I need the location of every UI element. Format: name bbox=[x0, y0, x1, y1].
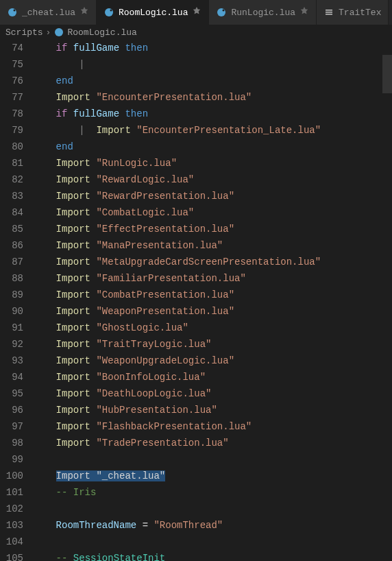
code-line[interactable]: 102 bbox=[0, 501, 392, 517]
code-content[interactable]: Import "BoonInfoLogic.lua" bbox=[33, 369, 392, 385]
code-content[interactable]: if fullGame then bbox=[33, 40, 392, 56]
code-line[interactable]: 88 Import "FamiliarPresentation.lua" bbox=[0, 270, 392, 287]
code-content[interactable]: Import "MetaUpgradeCardScreenPresentatio… bbox=[33, 254, 392, 270]
breadcrumb[interactable]: Scripts › RoomLogic.lua bbox=[0, 25, 392, 40]
pin-icon[interactable] bbox=[299, 6, 309, 19]
code-content[interactable]: Import "GhostLogic.lua" bbox=[33, 320, 392, 336]
code-content[interactable]: Import "FlashbackPresentation.lua" bbox=[33, 418, 392, 435]
code-content[interactable]: if fullGame then bbox=[33, 106, 392, 122]
line-number: 95 bbox=[0, 385, 33, 402]
code-content[interactable]: Import "CombatLogic.lua" bbox=[33, 204, 392, 221]
code-content[interactable]: Import "DeathLoopLogic.lua" bbox=[33, 385, 392, 402]
line-number: 92 bbox=[0, 336, 33, 353]
code-content[interactable]: Import "RewardLogic.lua" bbox=[33, 171, 392, 188]
code-content[interactable]: Import "TraitTrayLogic.lua" bbox=[33, 336, 392, 353]
code-line[interactable]: 103 RoomThreadName = "RoomThread" bbox=[0, 517, 392, 534]
lua-file-icon bbox=[216, 7, 227, 18]
line-number: 103 bbox=[0, 517, 33, 534]
svg-point-1 bbox=[14, 10, 16, 12]
code-line[interactable]: 101 -- Iris bbox=[0, 484, 392, 501]
code-content[interactable]: | bbox=[33, 56, 392, 73]
tab-traittex[interactable]: TraitTex bbox=[317, 0, 389, 25]
lua-file-icon bbox=[7, 7, 18, 18]
line-number: 85 bbox=[0, 221, 33, 237]
code-content[interactable]: Import "CombatPresentation.lua" bbox=[33, 287, 392, 303]
code-content[interactable]: Import "WeaponUpgradeLogic.lua" bbox=[33, 353, 392, 369]
line-number: 90 bbox=[0, 303, 33, 320]
code-content[interactable]: end bbox=[33, 73, 392, 89]
code-content[interactable]: Import "FamiliarPresentation.lua" bbox=[33, 270, 392, 287]
svg-point-5 bbox=[223, 10, 225, 12]
line-number: 82 bbox=[0, 171, 33, 188]
code-content[interactable]: Import "_cheat.lua" bbox=[33, 468, 392, 484]
code-line[interactable]: 81 Import "RunLogic.lua" bbox=[0, 155, 392, 171]
code-line[interactable]: 77 Import "EncounterPresentation.lua" bbox=[0, 89, 392, 106]
line-number: 101 bbox=[0, 484, 33, 501]
code-line[interactable]: 99 bbox=[0, 451, 392, 468]
code-line[interactable]: 96 Import "HubPresentation.lua" bbox=[0, 402, 392, 418]
code-line[interactable]: 95 Import "DeathLoopLogic.lua" bbox=[0, 385, 392, 402]
line-number: 81 bbox=[0, 155, 33, 171]
tab--cheat-lua[interactable]: _cheat.lua bbox=[0, 0, 97, 25]
code-line[interactable]: 78 if fullGame then bbox=[0, 106, 392, 122]
code-line[interactable]: 79 | Import "EncounterPresentation_Late.… bbox=[0, 122, 392, 139]
code-line[interactable]: 82 Import "RewardLogic.lua" bbox=[0, 171, 392, 188]
breadcrumb-folder[interactable]: Scripts bbox=[5, 27, 43, 38]
line-number: 75 bbox=[0, 56, 33, 73]
tab-runlogic-lua[interactable]: RunLogic.lua bbox=[209, 0, 317, 25]
code-line[interactable]: 90 Import "WeaponPresentation.lua" bbox=[0, 303, 392, 320]
code-line[interactable]: 84 Import "CombatLogic.lua" bbox=[0, 204, 392, 221]
code-line[interactable]: 104 bbox=[0, 534, 392, 550]
pin-icon[interactable] bbox=[192, 6, 201, 19]
tab-roomlogic-lua[interactable]: RoomLogic.lua bbox=[97, 0, 209, 25]
line-number: 86 bbox=[0, 237, 33, 254]
code-content[interactable]: -- Iris bbox=[33, 484, 392, 501]
breadcrumb-file[interactable]: RoomLogic.lua bbox=[53, 27, 136, 38]
code-line[interactable]: 93 Import "WeaponUpgradeLogic.lua" bbox=[0, 353, 392, 369]
code-content[interactable]: Import "EffectPresentation.lua" bbox=[33, 221, 392, 237]
code-line[interactable]: 75 | bbox=[0, 56, 392, 73]
code-content[interactable]: Import "RunLogic.lua" bbox=[33, 155, 392, 171]
code-line[interactable]: 74 if fullGame then bbox=[0, 40, 392, 56]
code-content[interactable]: Import "EncounterPresentation.lua" bbox=[33, 89, 392, 106]
code-line[interactable]: 76 end bbox=[0, 73, 392, 89]
code-line[interactable]: 85 Import "EffectPresentation.lua" bbox=[0, 221, 392, 237]
code-content[interactable]: RoomThreadName = "RoomThread" bbox=[33, 517, 392, 534]
code-line[interactable]: 94 Import "BoonInfoLogic.lua" bbox=[0, 369, 392, 385]
code-content[interactable] bbox=[33, 451, 392, 468]
code-line[interactable]: 98 Import "TradePresentation.lua" bbox=[0, 435, 392, 451]
code-content[interactable]: Import "TradePresentation.lua" bbox=[33, 435, 392, 451]
code-line[interactable]: 92 Import "TraitTrayLogic.lua" bbox=[0, 336, 392, 353]
tab-label: _cheat.lua bbox=[22, 8, 75, 18]
svg-point-2 bbox=[105, 8, 113, 16]
code-line[interactable]: 87 Import "MetaUpgradeCardScreenPresenta… bbox=[0, 254, 392, 270]
code-content[interactable] bbox=[33, 534, 392, 550]
line-number: 84 bbox=[0, 204, 33, 221]
code-content[interactable]: | Import "EncounterPresentation_Late.lua… bbox=[33, 122, 392, 139]
code-content[interactable] bbox=[33, 501, 392, 517]
code-content[interactable]: -- SessionStateInit bbox=[33, 550, 392, 561]
code-line[interactable]: 91 Import "GhostLogic.lua" bbox=[0, 320, 392, 336]
code-content[interactable]: Import "ManaPresentation.lua" bbox=[33, 237, 392, 254]
lua-file-icon bbox=[103, 7, 114, 18]
code-content[interactable]: Import "RewardPresentation.lua" bbox=[33, 188, 392, 204]
code-content[interactable]: end bbox=[33, 139, 392, 155]
code-content[interactable]: Import "WeaponPresentation.lua" bbox=[33, 303, 392, 320]
line-number: 88 bbox=[0, 270, 33, 287]
tab-label: RunLogic.lua bbox=[231, 8, 295, 18]
code-editor[interactable]: 74 if fullGame then75 |76 end77 Import "… bbox=[0, 40, 392, 561]
code-line[interactable]: 105 -- SessionStateInit bbox=[0, 550, 392, 561]
code-line[interactable]: 89 Import "CombatPresentation.lua" bbox=[0, 287, 392, 303]
line-number: 104 bbox=[0, 534, 33, 550]
line-number: 79 bbox=[0, 122, 33, 139]
code-line[interactable]: 97 Import "FlashbackPresentation.lua" bbox=[0, 418, 392, 435]
code-content[interactable]: Import "HubPresentation.lua" bbox=[33, 402, 392, 418]
scrollbar-thumb[interactable] bbox=[382, 55, 392, 93]
vertical-scrollbar[interactable] bbox=[382, 38, 392, 561]
code-line[interactable]: 86 Import "ManaPresentation.lua" bbox=[0, 237, 392, 254]
code-line[interactable]: 80 end bbox=[0, 139, 392, 155]
pin-icon[interactable] bbox=[79, 6, 89, 19]
code-line[interactable]: 100 Import "_cheat.lua" bbox=[0, 468, 392, 484]
code-line[interactable]: 83 Import "RewardPresentation.lua" bbox=[0, 188, 392, 204]
line-number: 97 bbox=[0, 418, 33, 435]
